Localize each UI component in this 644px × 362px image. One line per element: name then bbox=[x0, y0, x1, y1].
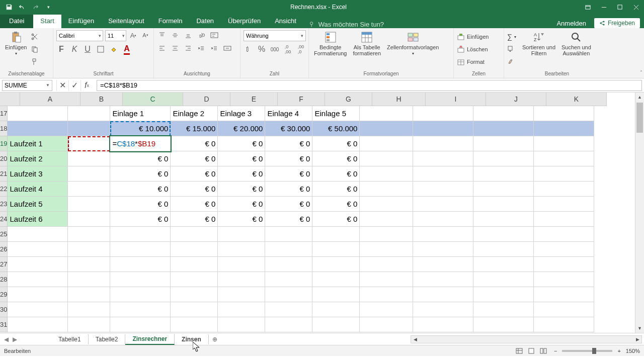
cell-A21[interactable]: Laufzeit 3 bbox=[8, 166, 68, 182]
cell-D23[interactable]: € 0 bbox=[171, 197, 218, 212]
row-header-31[interactable]: 31 bbox=[0, 317, 8, 332]
cell-H29[interactable] bbox=[360, 287, 413, 302]
cell-D27[interactable] bbox=[171, 257, 218, 272]
scroll-up-arrow[interactable]: ▲ bbox=[635, 93, 644, 102]
cell-A20[interactable]: Laufzeit 2 bbox=[8, 151, 68, 166]
cell-C21[interactable]: € 0 bbox=[110, 166, 171, 182]
cell-J30[interactable] bbox=[473, 302, 534, 317]
align-right-button[interactable] bbox=[183, 43, 193, 53]
cell-F19[interactable]: € 0 bbox=[265, 136, 312, 151]
cell-D31[interactable] bbox=[171, 317, 218, 332]
redo-button[interactable] bbox=[29, 1, 41, 13]
column-header-h[interactable]: H bbox=[372, 93, 426, 106]
cell-G25[interactable] bbox=[312, 227, 360, 242]
cell-K21[interactable] bbox=[534, 166, 594, 182]
cell-J31[interactable] bbox=[473, 317, 534, 332]
cell-K30[interactable] bbox=[534, 302, 594, 317]
cell-J19[interactable] bbox=[473, 136, 534, 151]
cell-F24[interactable]: € 0 bbox=[265, 212, 312, 227]
cell-F23[interactable]: € 0 bbox=[265, 197, 312, 212]
tab-home[interactable]: Start bbox=[33, 15, 61, 28]
cell-F22[interactable]: € 0 bbox=[265, 182, 312, 197]
cell-I20[interactable] bbox=[413, 151, 473, 166]
cell-J26[interactable] bbox=[473, 242, 534, 257]
cell-A24[interactable]: Laufzeit 6 bbox=[8, 212, 68, 227]
cell-F27[interactable] bbox=[265, 257, 312, 272]
cell-B29[interactable] bbox=[68, 287, 110, 302]
cell-B20[interactable] bbox=[68, 151, 110, 166]
cell-A28[interactable] bbox=[8, 272, 68, 287]
cell-H19[interactable] bbox=[360, 136, 413, 151]
cell-I21[interactable] bbox=[413, 166, 473, 182]
number-format-combo[interactable]: ▾ bbox=[244, 30, 306, 41]
cell-E31[interactable] bbox=[218, 317, 265, 332]
cell-H17[interactable] bbox=[360, 106, 413, 121]
cell-E30[interactable] bbox=[218, 302, 265, 317]
column-headers[interactable]: ABCDEFGHIJK bbox=[20, 93, 607, 106]
cell-D26[interactable] bbox=[171, 242, 218, 257]
cell-D22[interactable]: € 0 bbox=[171, 182, 218, 197]
scroll-down-arrow[interactable]: ▼ bbox=[635, 324, 644, 333]
row-header-29[interactable]: 29 bbox=[0, 287, 8, 302]
collapse-ribbon-button[interactable]: ˆ bbox=[640, 70, 642, 76]
cell-E17[interactable]: Einlage 3 bbox=[218, 106, 265, 121]
insert-function-button[interactable]: fx bbox=[80, 80, 93, 91]
column-header-b[interactable]: B bbox=[80, 93, 123, 106]
cell-K19[interactable] bbox=[534, 136, 594, 151]
cell-G28[interactable] bbox=[312, 272, 360, 287]
paste-button[interactable]: Einfügen ▾ bbox=[3, 30, 29, 57]
cell-A18[interactable] bbox=[8, 121, 68, 136]
cell-G24[interactable]: € 0 bbox=[312, 212, 360, 227]
tab-file[interactable]: Datei bbox=[0, 15, 33, 28]
cell-G27[interactable] bbox=[312, 257, 360, 272]
cell-G29[interactable] bbox=[312, 287, 360, 302]
cell-F20[interactable]: € 0 bbox=[265, 151, 312, 166]
bold-button[interactable]: F bbox=[56, 44, 66, 54]
underline-button[interactable]: U bbox=[83, 44, 93, 54]
cell-B18[interactable] bbox=[68, 121, 110, 136]
cell-D24[interactable]: € 0 bbox=[171, 212, 218, 227]
cell-A19[interactable]: Laufzeit 1 bbox=[8, 136, 68, 151]
cell-K17[interactable] bbox=[534, 106, 594, 121]
format-as-table-button[interactable]: Als Tabelle formatieren bbox=[351, 30, 383, 57]
cell-A30[interactable] bbox=[8, 302, 68, 317]
comma-format-button[interactable]: 000 bbox=[270, 44, 280, 54]
cell-I18[interactable] bbox=[413, 121, 473, 136]
cell-E22[interactable]: € 0 bbox=[218, 182, 265, 197]
cell-C26[interactable] bbox=[110, 242, 171, 257]
zoom-level[interactable]: 150% bbox=[626, 348, 640, 354]
cell-E21[interactable]: € 0 bbox=[218, 166, 265, 182]
cell-K24[interactable] bbox=[534, 212, 594, 227]
select-all-corner[interactable] bbox=[0, 93, 20, 106]
sheet-tab-zinsrechner[interactable]: Zinsrechner bbox=[125, 334, 175, 345]
cell-B30[interactable] bbox=[68, 302, 110, 317]
cell-F31[interactable] bbox=[265, 317, 312, 332]
row-header-23[interactable]: 23 bbox=[0, 197, 8, 212]
increase-decimal-button[interactable]: ,0,00 bbox=[283, 44, 293, 54]
close-button[interactable] bbox=[628, 0, 644, 14]
cell-F18[interactable]: € 30.000 bbox=[265, 121, 312, 136]
cell-A31[interactable] bbox=[8, 317, 68, 332]
cell-G17[interactable]: Einlage 5 bbox=[312, 106, 360, 121]
cell-H18[interactable] bbox=[360, 121, 413, 136]
cell-I22[interactable] bbox=[413, 182, 473, 197]
horizontal-scrollbar[interactable]: ◀▶ bbox=[411, 335, 642, 343]
ribbon-display-options-button[interactable] bbox=[580, 0, 596, 14]
cell-J22[interactable] bbox=[473, 182, 534, 197]
cell-G20[interactable]: € 0 bbox=[312, 151, 360, 166]
cell-B19[interactable] bbox=[68, 136, 110, 151]
cell-H24[interactable] bbox=[360, 212, 413, 227]
row-header-22[interactable]: 22 bbox=[0, 182, 8, 197]
column-header-i[interactable]: I bbox=[426, 93, 486, 106]
row-header-25[interactable]: 25 bbox=[0, 227, 8, 242]
cell-A27[interactable] bbox=[8, 257, 68, 272]
font-color-button[interactable]: A bbox=[122, 44, 132, 54]
cell-K20[interactable] bbox=[534, 151, 594, 166]
add-sheet-button[interactable]: ⊕ bbox=[209, 336, 221, 343]
cell-J28[interactable] bbox=[473, 272, 534, 287]
vertical-scrollbar[interactable]: ▲ ▼ bbox=[635, 93, 644, 333]
cell-H20[interactable] bbox=[360, 151, 413, 166]
cell-J17[interactable] bbox=[473, 106, 534, 121]
format-cells-button[interactable]: Format bbox=[457, 56, 489, 67]
italic-button[interactable]: K bbox=[69, 44, 79, 54]
